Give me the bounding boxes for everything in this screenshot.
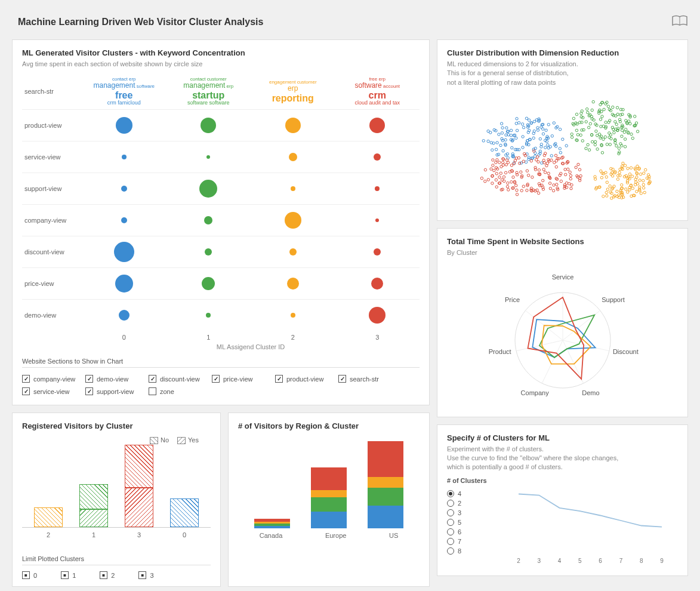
bubble[interactable] xyxy=(204,216,212,224)
bubble[interactable] xyxy=(114,242,134,262)
reg-bar-1[interactable] xyxy=(79,484,108,527)
reg-bar-3[interactable] xyxy=(125,445,153,527)
svg-point-290 xyxy=(510,164,513,167)
svg-point-191 xyxy=(594,143,596,146)
radar-axis-label: Company xyxy=(520,389,549,396)
bubble[interactable] xyxy=(206,313,211,318)
svg-point-117 xyxy=(565,144,568,147)
bubble[interactable] xyxy=(201,118,216,133)
check-demo-view[interactable]: demo-view xyxy=(85,373,149,385)
bubble[interactable] xyxy=(291,186,295,191)
check-service-view[interactable]: service-view xyxy=(22,385,85,398)
svg-point-107 xyxy=(525,161,527,163)
svg-point-243 xyxy=(599,118,602,121)
svg-point-482 xyxy=(643,191,646,193)
radio-icon xyxy=(447,547,454,555)
bubble[interactable] xyxy=(199,180,217,198)
check-discount-view[interactable]: discount-view xyxy=(149,373,212,385)
reg-bar-2[interactable] xyxy=(34,507,63,528)
svg-point-298 xyxy=(538,169,540,171)
region-bar-Europe[interactable] xyxy=(311,467,347,528)
elbow-chart[interactable]: 23456789 xyxy=(507,477,674,567)
radar-chart[interactable]: ServiceSupportDiscountDemoCompanyProduct… xyxy=(467,269,658,406)
bubble[interactable] xyxy=(375,186,380,191)
region-bar-US[interactable] xyxy=(368,441,403,528)
limit-1[interactable]: 1 xyxy=(61,571,76,579)
svg-point-328 xyxy=(571,184,573,186)
bubble[interactable] xyxy=(291,313,295,318)
bubble[interactable] xyxy=(206,155,210,159)
tristate-icon xyxy=(22,571,30,579)
scatter-plot[interactable] xyxy=(447,92,678,211)
bubble[interactable] xyxy=(374,248,381,256)
bubble[interactable] xyxy=(202,277,215,290)
svg-point-378 xyxy=(491,182,494,184)
svg-point-446 xyxy=(625,188,627,190)
checkbox-icon xyxy=(22,387,30,395)
clusters-radio-2[interactable]: 2 xyxy=(447,500,495,507)
svg-point-65 xyxy=(482,140,485,142)
bubble[interactable] xyxy=(205,248,212,256)
bubble[interactable] xyxy=(287,278,299,290)
elbow-subtitle: Experiment with the # of clusters.Use th… xyxy=(447,445,678,472)
clusters-radio-7[interactable]: 7 xyxy=(447,538,495,545)
svg-point-190 xyxy=(579,134,582,136)
clusters-radio-8[interactable]: 8 xyxy=(447,547,495,555)
svg-point-393 xyxy=(564,168,566,171)
svg-point-333 xyxy=(549,187,551,190)
bubble[interactable] xyxy=(122,155,127,159)
clusters-radio-5[interactable]: 5 xyxy=(447,519,495,526)
clusters-radio-3[interactable]: 3 xyxy=(447,509,495,516)
radio-icon xyxy=(447,490,454,497)
reg-bar-0[interactable] xyxy=(170,498,199,527)
check-product-view[interactable]: product-view xyxy=(275,373,338,385)
bubble[interactable] xyxy=(121,186,127,192)
svg-point-513 xyxy=(636,190,638,193)
check-company-view[interactable]: company-view xyxy=(22,373,85,385)
svg-point-256 xyxy=(598,112,600,114)
bubble[interactable] xyxy=(375,218,379,222)
bubble[interactable] xyxy=(285,118,301,133)
limit-2[interactable]: 2 xyxy=(100,571,115,579)
bubble[interactable] xyxy=(369,307,386,324)
bubble[interactable] xyxy=(119,310,129,321)
bubble[interactable] xyxy=(289,248,297,256)
bubble[interactable] xyxy=(115,275,133,293)
limit-0[interactable]: 0 xyxy=(22,571,37,579)
svg-point-137 xyxy=(616,106,618,109)
svg-point-347 xyxy=(493,170,495,172)
svg-point-332 xyxy=(498,176,501,178)
book-icon[interactable] xyxy=(671,15,688,29)
bubble[interactable] xyxy=(285,212,301,229)
clusters-radio-6[interactable]: 6 xyxy=(447,528,495,535)
svg-point-430 xyxy=(498,161,501,164)
bubble[interactable] xyxy=(374,153,381,161)
svg-point-293 xyxy=(514,159,516,162)
radar-subtitle: By Cluster xyxy=(447,248,678,257)
check-price-view[interactable]: price-view xyxy=(212,373,275,385)
bubble[interactable] xyxy=(371,278,383,290)
bubble[interactable] xyxy=(116,117,132,134)
bubble[interactable] xyxy=(289,153,297,161)
svg-point-531 xyxy=(639,173,642,176)
svg-point-148 xyxy=(585,121,587,123)
svg-point-171 xyxy=(588,149,590,151)
svg-point-254 xyxy=(601,152,603,154)
region-label: Canada xyxy=(260,532,283,539)
row-label: company-view xyxy=(22,217,82,224)
svg-point-524 xyxy=(627,167,629,170)
svg-point-102 xyxy=(532,137,535,139)
svg-point-142 xyxy=(618,147,620,149)
clusters-radio-4[interactable]: 4 xyxy=(447,490,495,497)
limit-3[interactable]: 3 xyxy=(138,571,153,579)
check-zone[interactable]: zone xyxy=(149,385,212,398)
check-search-str[interactable]: search-str xyxy=(338,373,402,385)
region-bar-Canada[interactable] xyxy=(254,519,290,528)
bubble[interactable] xyxy=(369,118,385,133)
bubble[interactable] xyxy=(121,217,127,223)
check-support-view[interactable]: support-view xyxy=(85,385,149,398)
svg-point-7 xyxy=(522,136,524,138)
svg-point-511 xyxy=(617,174,619,177)
svg-point-166 xyxy=(634,115,636,118)
svg-point-320 xyxy=(500,165,502,168)
